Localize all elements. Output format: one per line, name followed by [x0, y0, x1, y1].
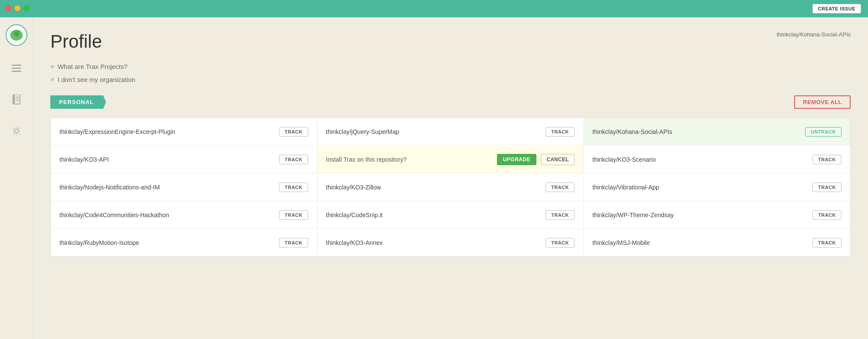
track-button[interactable]: TRACK — [812, 155, 842, 164]
faq-text-1[interactable]: What are Trax Projects? — [58, 63, 128, 70]
install-trax-text: Install Trax on this repository? — [326, 156, 497, 163]
repo-name: thinkclay/MSJ-Mobile — [592, 239, 812, 246]
repo-cell: thinkclay/ExpressionEngine-Excerpt-Plugi… — [51, 118, 317, 146]
repo-cell: thinkclay/Code4Communities-Hackathon TRA… — [51, 201, 317, 229]
repo-name: thinkclay/Nodejs-Notifications-and-IM — [59, 184, 279, 191]
personal-badge: PERSONAL — [50, 95, 106, 109]
repo-cell: thinkclay/MSJ-Mobile TRACK — [584, 229, 850, 257]
repo-name: thinkclay/ExpressionEngine-Excerpt-Plugi… — [59, 128, 279, 135]
repo-cell: thinkclay/KO3-API TRACK — [51, 146, 317, 173]
repo-cell: thinkclay/jQuery-SuperMap TRACK — [317, 118, 584, 146]
page-title: Profile — [50, 31, 851, 52]
repo-cell: thinkclay/KO3-Annex TRACK — [317, 229, 584, 257]
faq-item-2: » I don't see my organization — [50, 75, 851, 83]
track-button[interactable]: TRACK — [279, 210, 308, 220]
faq-item-1: » What are Trax Projects? — [50, 62, 851, 70]
brain-icon — [9, 27, 24, 43]
repo-name: thinkclay/RubyMotion-Isotope — [59, 239, 279, 246]
repo-cell: thinkclay/Vibrational-App TRACK — [584, 173, 850, 201]
track-button[interactable]: TRACK — [546, 127, 575, 137]
untrack-button[interactable]: UNTRACK — [805, 127, 842, 137]
section-header: PERSONAL REMOVE ALL — [50, 95, 851, 109]
repos-container: thinkclay/ExpressionEngine-Excerpt-Plugi… — [50, 117, 851, 257]
close-dot[interactable] — [5, 5, 11, 11]
minimize-dot[interactable] — [14, 5, 20, 11]
repo-name: thinkclay/KO3-Scenario — [592, 156, 812, 163]
repo-name: thinkclay/KO3-API — [59, 156, 279, 163]
svg-point-9 — [15, 129, 18, 133]
chevron-right-icon-2: » — [50, 75, 54, 83]
repo-name: thinkclay/CodeSnip.it — [326, 212, 546, 218]
top-right-repo-label: thinkclay/Kohana-Social-APIs — [776, 31, 851, 38]
repo-cell: thinkclay/Kohana-Social-APIs UNTRACK — [584, 118, 850, 146]
repo-cell: thinkclay/KO3-Scenario TRACK — [584, 146, 850, 173]
repo-cell: thinkclay/RubyMotion-Isotope TRACK — [51, 229, 317, 257]
repo-name: thinkclay/KO3-Annex — [326, 239, 546, 246]
faq-text-2[interactable]: I don't see my organization — [58, 76, 135, 83]
repo-name: thinkclay/KO3-Zillow — [326, 184, 546, 191]
repo-name: thinkclay/Kohana-Social-APIs — [592, 128, 805, 135]
cancel-button[interactable]: CANCEL — [541, 154, 575, 165]
list-menu-icon[interactable] — [8, 60, 25, 77]
upgrade-button[interactable]: UPGRADE — [497, 154, 537, 165]
track-button[interactable]: TRACK — [279, 155, 308, 164]
track-button[interactable]: TRACK — [812, 210, 842, 220]
svg-rect-3 — [12, 71, 21, 72]
repo-name: thinkclay/jQuery-SuperMap — [326, 128, 546, 135]
svg-rect-2 — [12, 68, 21, 69]
repo-cell: thinkclay/WP-Theme-Zendsay TRACK — [584, 201, 850, 229]
repo-cell: thinkclay/KO3-Zillow TRACK — [317, 173, 584, 201]
svg-rect-5 — [13, 95, 15, 104]
create-issue-button[interactable]: CREATE ISSUE — [812, 4, 861, 13]
gear-icon[interactable] — [8, 122, 25, 140]
track-button[interactable]: TRACK — [546, 183, 575, 192]
main-content: thinkclay/Kohana-Social-APIs Profile » W… — [33, 17, 868, 339]
track-button[interactable]: TRACK — [546, 210, 575, 220]
track-button[interactable]: TRACK — [546, 238, 575, 248]
track-button[interactable]: TRACK — [812, 183, 842, 192]
sidebar — [0, 17, 33, 339]
repo-name: thinkclay/WP-Theme-Zendsay — [592, 212, 812, 218]
remove-all-button[interactable]: REMOVE ALL — [794, 95, 851, 109]
avatar[interactable] — [6, 24, 27, 46]
track-button[interactable]: TRACK — [279, 238, 308, 248]
maximize-dot[interactable] — [23, 5, 30, 11]
chevron-right-icon-1: » — [50, 62, 54, 70]
track-button[interactable]: TRACK — [279, 183, 308, 192]
track-button[interactable]: TRACK — [279, 127, 308, 137]
repo-cell: thinkclay/CodeSnip.it TRACK — [317, 201, 584, 229]
repo-name: thinkclay/Vibrational-App — [592, 184, 812, 191]
track-button[interactable]: TRACK — [812, 238, 842, 248]
book-icon[interactable] — [8, 91, 25, 108]
repo-cell: thinkclay/Nodejs-Notifications-and-IM TR… — [51, 173, 317, 201]
repo-name: thinkclay/Code4Communities-Hackathon — [59, 212, 279, 218]
svg-rect-1 — [12, 65, 21, 66]
repo-cell: Install Trax on this repository? UPGRADE… — [317, 146, 584, 173]
repos-grid: thinkclay/ExpressionEngine-Excerpt-Plugi… — [51, 118, 850, 257]
